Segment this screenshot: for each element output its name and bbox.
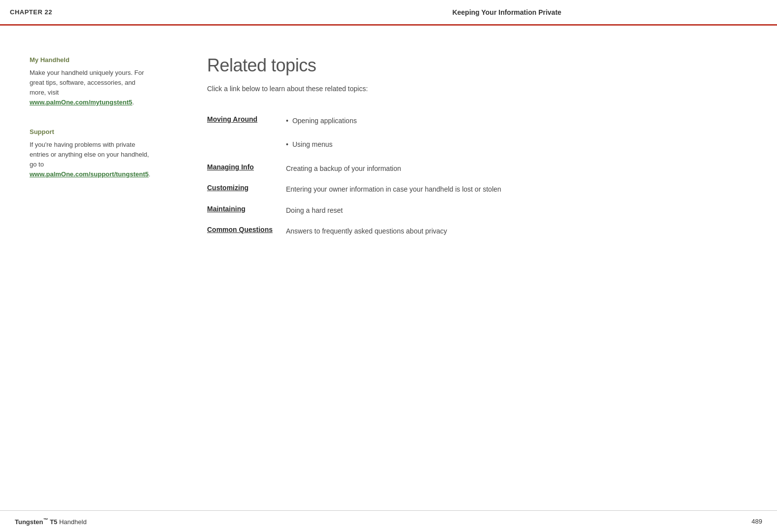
header-chapter: CHAPTER 22: [10, 8, 247, 16]
footer-brand: Tungsten™ T5 Handheld: [15, 517, 87, 526]
sidebar-support-body: If you're having problems with private e…: [30, 140, 153, 180]
footer: Tungsten™ T5 Handheld 489: [0, 510, 777, 532]
table-row: Using menus: [207, 134, 757, 158]
topic-desc-customizing: Entering your owner information in case …: [286, 179, 757, 200]
topic-link-cell-customizing: Customizing: [207, 179, 286, 200]
topic-link-cell-common-questions: Common Questions: [207, 221, 286, 241]
topic-desc-managing-info: Creating a backup of your information: [286, 158, 757, 179]
page-title: Related topics: [207, 55, 757, 76]
footer-trademark: ™: [43, 517, 48, 523]
table-row: Moving Around Opening applications: [207, 110, 757, 134]
topic-link-common-questions[interactable]: Common Questions: [207, 226, 273, 233]
sidebar-support-link[interactable]: www.palmOne.com/support/tungstent5: [30, 170, 148, 178]
intro-text: Click a link below to learn about these …: [207, 85, 757, 93]
header-bar: CHAPTER 22 Keeping Your Information Priv…: [0, 0, 777, 26]
bullet-item: Opening applications: [286, 115, 757, 126]
sidebar-my-handheld-title: My Handheld: [30, 55, 153, 65]
topic-desc-maintaining: Doing a hard reset: [286, 200, 757, 221]
sidebar-section-support: Support If you're having problems with p…: [30, 127, 153, 179]
topic-link-customizing[interactable]: Customizing: [207, 184, 248, 192]
table-row: Managing Info Creating a backup of your …: [207, 158, 757, 179]
table-row: Maintaining Doing a hard reset: [207, 200, 757, 221]
bullet-item: Using menus: [286, 139, 757, 150]
topic-link-moving-around[interactable]: Moving Around: [207, 115, 257, 123]
table-row: Common Questions Answers to frequently a…: [207, 221, 757, 241]
main-content: My Handheld Make your handheld uniquely …: [0, 26, 777, 510]
table-row: Customizing Entering your owner informat…: [207, 179, 757, 200]
sidebar-my-handheld-link[interactable]: www.palmOne.com/mytungstent5: [30, 99, 132, 106]
header-title: Keeping Your Information Private: [247, 8, 767, 16]
topic-link-cell-managing-info: Managing Info: [207, 158, 286, 179]
content-area: Related topics Click a link below to lea…: [168, 55, 757, 481]
topic-desc-moving-around-2: Using menus: [286, 134, 757, 158]
sidebar-my-handheld-body: Make your handheld uniquely yours. For g…: [30, 68, 153, 108]
topics-table: Moving Around Opening applications Using…: [207, 110, 757, 241]
sidebar: My Handheld Make your handheld uniquely …: [30, 55, 168, 481]
topic-link-managing-info[interactable]: Managing Info: [207, 163, 254, 171]
topic-desc-moving-around-1: Opening applications: [286, 110, 757, 134]
footer-brand-suffix: Handheld: [59, 518, 87, 526]
topic-link-cell-moving-around: Moving Around: [207, 110, 286, 158]
topic-desc-common-questions: Answers to frequently asked questions ab…: [286, 221, 757, 241]
sidebar-section-my-handheld: My Handheld Make your handheld uniquely …: [30, 55, 153, 107]
topic-link-cell-maintaining: Maintaining: [207, 200, 286, 221]
footer-brand-name: Tungsten™ T5: [15, 518, 57, 526]
sidebar-support-title: Support: [30, 127, 153, 137]
topic-link-maintaining[interactable]: Maintaining: [207, 205, 246, 213]
footer-page-number: 489: [751, 518, 762, 525]
